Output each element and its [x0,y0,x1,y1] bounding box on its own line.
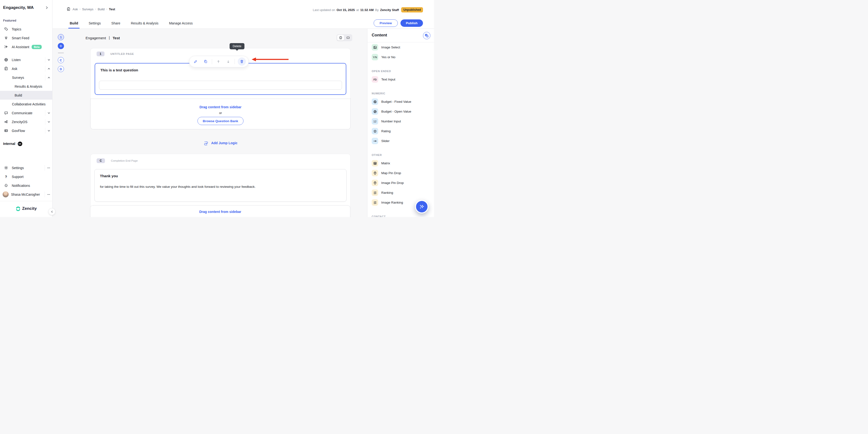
sidebar-item-topics[interactable]: Topics [0,25,52,34]
rail-divider [58,53,64,53]
translate-button[interactable]: A [423,32,430,39]
content-item-label: Number Input [381,120,401,123]
share-nodes-icon [3,120,9,124]
content-item-number-input[interactable]: 12 Number Input [372,116,434,126]
sidebar-item-label: Build [14,93,22,97]
top-header: Ask › Surveys › Build › Test Last update… [53,0,434,29]
sidebar-item-label: ZencityOS [12,120,27,124]
sidebar-item-surveys[interactable]: Surveys [0,73,52,82]
tab-build[interactable]: Build [68,18,80,29]
content-dropzone[interactable]: Drag content from sidebar or Browse Ques… [90,99,350,129]
svg-text:3: 3 [374,203,374,204]
chevron-down-icon[interactable] [45,57,50,63]
chevron-down-icon[interactable] [45,110,50,116]
chevron-up-icon[interactable] [45,75,50,80]
content-item-budget-open[interactable]: Budget - Open Value [372,107,434,116]
list-view-button[interactable] [337,35,344,40]
add-jump-logic-button[interactable]: Add Jump Logic [90,140,350,146]
breadcrumb-item[interactable]: Surveys [82,7,93,11]
chevron-up-icon[interactable] [45,66,50,72]
sidebar-item-ai-assistant[interactable]: AI Assistant Beta [0,42,52,51]
sidebar-item-label: Smart Feed [12,36,29,40]
rail-page-1[interactable]: 1 [58,34,64,40]
content-item-ranking[interactable]: 123 Ranking [372,188,434,198]
content-item-yes-or-no[interactable]: Y/N Yes or No [372,52,434,62]
rail-disqualification-page[interactable]: D [58,66,64,72]
content-item-label: Rating [381,129,391,133]
sidebar-item-communicate[interactable]: Communicate [0,108,52,118]
sidebar-item-listen[interactable]: Listen [0,55,52,64]
header-actions: Preview Publish [374,20,423,27]
preview-button[interactable]: Preview [374,20,398,27]
content-item-rating[interactable]: Rating [372,126,434,136]
featured-section-label: Featured [3,19,52,22]
translate-icon: A [425,34,429,38]
sidebar-item-govflow[interactable]: GovFlow [0,126,52,135]
chevron-down-icon[interactable] [45,119,50,125]
sidebar-item-label: Notifications [12,184,30,188]
chevron-right-icon[interactable] [45,6,49,9]
ellipsis-icon[interactable] [44,165,50,171]
sidebar-item-zencityos[interactable]: ZencityOS [0,118,52,126]
completion-dropzone[interactable]: Drag content from sidebar [90,205,350,217]
content-item-slider[interactable]: Slider [372,136,434,146]
sidebar-item-results-analysis[interactable]: Results & Analysis [0,82,52,91]
tab-results-analysis[interactable]: Results & Analysis [129,18,160,29]
content-item-image-select[interactable]: Image Select [372,42,434,52]
move-down-icon[interactable] [225,58,232,65]
ellipsis-icon[interactable] [44,192,50,197]
tab-settings[interactable]: Settings [87,18,102,29]
content-item-image-pin-drop[interactable]: Image Pin Drop [372,178,434,188]
breadcrumb-current: Test [109,7,115,11]
card-view-button[interactable] [345,35,351,40]
sidebar-featured-nav: Topics Smart Feed AI Assistant Beta [0,25,52,51]
edit-icon[interactable] [192,58,199,65]
sidebar-item-user[interactable]: Shasa McCarogher [0,190,52,199]
content-item-matrix[interactable]: Matrix [372,158,434,168]
workspace-name: Engagecity, WA [3,5,34,10]
tab-share[interactable]: Share [110,18,122,29]
sidebar-item-label: Support [12,175,24,179]
sidebar-footer: Settings ? Support Notifications Shasa M… [0,163,52,216]
id-card-icon [3,129,9,133]
breadcrumb-item[interactable]: Build [98,7,105,11]
ai-assistant-fab[interactable] [415,200,429,213]
sidebar-item-support[interactable]: ? Support [0,172,52,181]
star-icon [372,128,378,134]
delete-icon[interactable] [238,58,246,66]
content-item-map-pin-drop[interactable]: Map Pin Drop [372,168,434,178]
rail-completion-page[interactable]: C [58,57,64,63]
last-updated-time: 11:32 AM [360,8,374,12]
content-item-text-input[interactable]: Ab Text Input [372,74,434,84]
section-label-open-ended: OPEN ENDED [372,62,434,74]
publish-button[interactable]: Publish [400,20,423,27]
sidebar-item-collaborative-activities[interactable]: Collaborative Activities [0,100,52,108]
status-badge: Unpublished [401,7,423,12]
sidebar-item-build[interactable]: Build [0,91,52,100]
breadcrumb-item[interactable]: Ask [72,7,78,11]
workspace-switcher[interactable]: Engagecity, WA [0,0,52,11]
sidebar-item-ask[interactable]: Ask [0,64,52,73]
red-annotation-arrow [252,58,289,61]
sidebar-collapse-button[interactable] [49,208,55,215]
sidebar-item-label: Settings [12,166,24,170]
completion-heading: Thank you [100,174,118,178]
rail-add-page-button[interactable] [58,43,64,49]
last-updated-author: Zencity Staff [380,8,399,12]
duplicate-icon[interactable] [202,58,209,65]
sidebar-item-notifications[interactable]: Notifications [0,181,52,190]
chevron-down-icon[interactable] [45,128,50,134]
section-label-numeric: NUMERIC [372,84,434,97]
move-up-icon[interactable] [215,58,222,65]
browse-question-bank-button[interactable]: Browse Question Bank [197,117,244,125]
content-item-budget-fixed[interactable]: Budget - Fixed Value [372,97,434,107]
completion-block[interactable]: Thank you for taking the time to fill ou… [94,169,346,202]
sidebar-item-settings[interactable]: Settings [0,163,52,172]
page-title[interactable]: UNTITLED PAGE [111,53,134,55]
question-text[interactable]: This is a test question [100,68,138,72]
sidebar-item-smart-feed[interactable]: Smart Feed [0,34,52,42]
question-block[interactable]: This is a test question [95,63,346,95]
content-item-label: Budget - Fixed Value [381,100,411,103]
tab-manage-access[interactable]: Manage Access [167,18,194,29]
question-answer-input[interactable] [99,81,342,90]
